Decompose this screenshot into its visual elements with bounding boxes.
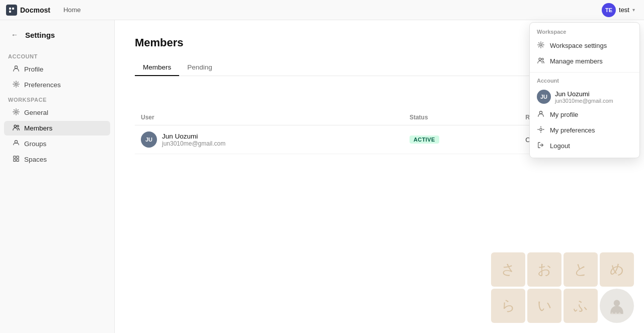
user-avatar: TE [602,3,616,17]
user-email: jun3010me@gmail.com [162,140,225,147]
svg-point-4 [15,83,17,85]
sidebar-item-spaces[interactable]: Spaces [4,152,110,167]
dropdown-my-preferences[interactable]: My preferences [530,122,639,138]
sidebar-item-general[interactable]: General [4,105,110,120]
preferences-icon [12,81,20,89]
account-section-label: Account [0,49,114,61]
workspace-section-label: Workspace [0,93,114,105]
dropdown-workspace-label: Workspace [530,27,639,38]
svg-point-17 [539,111,542,114]
workspace-settings-icon [537,41,545,50]
decorative-tiles: さおとめらいふ [491,252,634,323]
user-avatar: JU [141,131,157,148]
tab-pending[interactable]: Pending [179,59,220,76]
topbar-right: TE test ▾ [599,2,638,19]
sidebar: ← Settings Account Profile Preferences W… [0,20,115,333]
sidebar-item-preferences[interactable]: Preferences [4,78,110,92]
dropdown-user-email: jun3010me@gmail.com [555,98,613,104]
deco-tile: さ [491,252,525,287]
groups-icon [12,140,20,148]
groups-label: Groups [24,140,46,148]
profile-icon [12,65,20,74]
dropdown-account-label: Account [530,76,639,87]
svg-rect-0 [9,8,11,10]
user-info: Jun Uozumi jun3010me@gmail.com [162,132,225,147]
back-button[interactable]: ← [8,28,21,41]
my-preferences-icon [537,126,545,135]
deco-tile: め [600,252,634,287]
svg-rect-1 [12,8,14,10]
logo-icon [6,5,17,16]
status-badge: ACTIVE [410,136,439,144]
svg-point-15 [539,58,541,60]
deco-tile: ふ [564,289,598,323]
dropdown-manage-members[interactable]: Manage members [530,53,639,69]
general-icon [12,108,20,117]
chevron-down-icon: ▾ [632,7,635,13]
svg-rect-11 [14,159,16,161]
user-name: Jun Uozumi [162,132,225,140]
dropdown-user-details: Jun Uozumi jun3010me@gmail.com [555,90,613,104]
svg-rect-10 [17,156,19,158]
sidebar-item-groups[interactable]: Groups [4,137,110,151]
col-user: User [135,110,404,125]
app-name: Docmost [20,6,50,14]
col-status: Status [404,110,519,125]
app-logo[interactable]: Docmost [6,5,50,16]
svg-point-7 [17,125,19,127]
svg-point-16 [542,58,544,60]
user-dropdown: Workspace Workspace settings Manage memb… [529,22,640,158]
workspace-settings-label: Workspace settings [550,42,607,49]
svg-rect-12 [17,159,19,161]
manage-members-icon [537,57,545,65]
user-name-label: test [619,6,629,14]
my-profile-icon [537,110,545,119]
svg-rect-9 [14,156,16,158]
user-cell: JU Jun Uozumi jun3010me@gmail.com [135,125,404,154]
topbar-nav: Home [58,4,86,16]
deco-tile: お [527,252,561,287]
logout-icon [537,142,545,150]
svg-point-13 [614,300,620,306]
svg-point-6 [14,125,16,127]
general-label: General [24,109,48,116]
my-profile-label: My profile [550,111,578,118]
logout-label: Logout [550,142,570,150]
dropdown-divider-1 [530,72,639,73]
status-cell: ACTIVE [404,125,519,154]
topbar: Docmost Home TE test ▾ [0,0,644,20]
tab-members[interactable]: Members [135,59,179,76]
svg-point-5 [15,111,17,113]
svg-point-14 [540,44,542,46]
sidebar-item-members[interactable]: Members [4,121,110,136]
profile-label: Profile [24,65,43,73]
dropdown-my-profile[interactable]: My profile [530,107,639,122]
nav-home[interactable]: Home [58,4,86,16]
manage-members-label: Manage members [550,57,603,65]
dropdown-user-info: JU Jun Uozumi jun3010me@gmail.com [530,87,639,107]
deco-tile-ghost [600,289,634,323]
dropdown-workspace-settings[interactable]: Workspace settings [530,38,639,53]
deco-tile: い [527,289,561,323]
spaces-label: Spaces [24,156,47,163]
deco-tile: と [564,252,598,287]
sidebar-title: Settings [25,31,55,39]
svg-point-18 [540,128,542,130]
sidebar-header: ← Settings [0,28,114,49]
deco-tile: ら [491,289,525,323]
preferences-label: Preferences [24,81,61,89]
dropdown-user-avatar: JU [537,90,551,104]
spaces-icon [12,155,20,164]
members-icon [12,124,20,132]
dropdown-user-name: Jun Uozumi [555,90,613,98]
svg-point-8 [15,141,17,143]
my-preferences-label: My preferences [550,126,595,134]
sidebar-item-profile[interactable]: Profile [4,62,110,77]
user-menu-button[interactable]: TE test ▾ [599,2,638,19]
svg-rect-2 [9,11,11,13]
members-label: Members [24,124,52,132]
dropdown-logout[interactable]: Logout [530,138,639,154]
svg-point-3 [15,66,17,69]
